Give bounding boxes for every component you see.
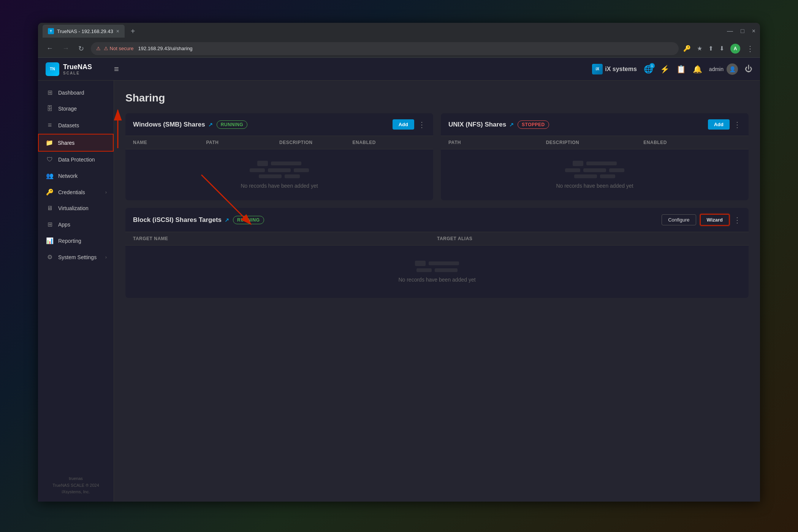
address-warning-text: ⚠ Not secure [104,46,133,51]
nfs-panel-actions: Add ⋮ [708,119,741,130]
smb-status-badge: RUNNING [217,120,248,129]
nfs-panel: UNIX (NFS) Shares ↗ STOPPED Add ⋮ Path [441,113,749,200]
smb-more-button[interactable]: ⋮ [418,120,426,129]
url-text: 192.168.29.43/ui/sharing [138,46,192,51]
power-button[interactable]: ⏻ [745,65,752,73]
dashboard-icon: ⊞ [46,89,54,96]
nfs-panel-title: UNIX (NFS) Shares ↗ [448,121,514,128]
iscsi-external-link-icon[interactable]: ↗ [225,217,229,223]
smb-empty-text: No records have been added yet [241,183,318,189]
nfs-external-link-icon[interactable]: ↗ [509,122,514,128]
nfs-empty-text: No records have been added yet [556,183,633,189]
credentials-chevron: › [105,190,107,195]
sidebar-item-virtualization[interactable]: 🖥 Virtualization [38,200,114,216]
forward-button[interactable]: → [60,43,71,54]
clipboard-button[interactable]: 📋 [676,65,686,74]
sidebar-label-network: Network [58,173,78,179]
iscsi-configure-button[interactable]: Configure [662,214,696,225]
sidebar-label-dashboard: Dashboard [58,90,84,96]
smb-panel-empty: No records have been added yet [125,149,433,200]
tasks-button[interactable]: ⚡ [660,65,670,74]
ix-systems-label: iX systems [605,66,637,73]
nfs-col-enabled: Enabled [643,140,741,145]
network-status-button[interactable]: 🌐 1 [644,65,653,74]
iscsi-panel-title: Block (iSCSI) Shares Targets ↗ [133,216,229,224]
sidebar-item-data-protection[interactable]: 🛡 Data Protection [38,152,114,168]
nfs-col-path: Path [448,140,546,145]
footer-hostname: truenas [44,475,108,482]
extension-icon[interactable]: ⬆ [708,45,713,52]
page-title: Sharing [125,92,749,104]
sidebar-label-apps: Apps [58,222,70,228]
smb-external-link-icon[interactable]: ↗ [208,122,213,128]
security-warning: ⚠ [96,46,101,51]
smb-panel-title: Windows (SMB) Shares ↗ [133,121,213,128]
iscsi-wizard-button[interactable]: Wizard [700,214,730,226]
address-bar-icons: 🔑 ★ ⬆ ⬇ A ⋮ [683,44,754,54]
browser-tab[interactable]: T TrueNAS - 192.168.29.43 × [43,25,125,38]
apps-icon: ⊞ [46,221,54,228]
iscsi-panel-empty: No records have been added yet [125,245,749,298]
nfs-more-button[interactable]: ⋮ [733,120,741,129]
admin-area[interactable]: admin 👤 [709,63,738,75]
iscsi-empty-text: No records have been added yet [398,277,475,283]
maximize-button[interactable]: □ [741,28,744,35]
shares-grid: Windows (SMB) Shares ↗ RUNNING Add ⋮ Nam… [125,113,749,200]
datasets-icon: ≡ [46,121,54,129]
nfs-skeleton [565,161,624,178]
admin-avatar: 👤 [727,63,738,75]
iscsi-status-badge: RUNNING [233,216,264,224]
nfs-add-button[interactable]: Add [708,119,730,130]
hamburger-button[interactable]: ≡ [114,64,119,74]
profile-avatar[interactable]: A [730,44,740,54]
nfs-panel-empty: No records have been added yet [441,149,749,200]
virtualization-icon: 🖥 [46,205,54,212]
sidebar-item-credentials[interactable]: 🔑 Credentials › [38,184,114,200]
back-button[interactable]: ← [44,43,55,54]
refresh-button[interactable]: ↻ [76,43,86,54]
sidebar-item-reporting[interactable]: 📊 Reporting [38,233,114,249]
iscsi-col-target-name: Target Name [133,236,437,241]
browser-window: T TrueNAS - 192.168.29.43 × + — □ × ← → … [38,23,760,502]
notifications-button[interactable]: 🔔 [693,65,702,74]
sidebar-item-storage[interactable]: 🗄 Storage [38,101,114,117]
new-tab-button[interactable]: + [128,27,138,36]
main-layout: ⊞ Dashboard 🗄 Storage ≡ Datasets 📁 Share… [38,81,760,502]
browser-menu-button[interactable]: ⋮ [746,44,754,53]
tab-close-button[interactable]: × [116,28,119,34]
sidebar-footer: truenas TrueNAS SCALE ® 2024 iXsystems, … [38,469,114,502]
iscsi-more-button[interactable]: ⋮ [733,215,741,225]
bookmark-icon[interactable]: ★ [697,45,702,52]
iscsi-col-target-alias: Target Alias [437,236,741,241]
smb-panel-header: Windows (SMB) Shares ↗ RUNNING Add ⋮ [125,113,433,136]
logo-icon: TN [46,62,59,76]
smb-col-enabled: Enabled [353,140,426,145]
topnav-right: iX iX systems 🌐 1 ⚡ 📋 🔔 admin 👤 ⏻ [592,63,752,75]
smb-panel: Windows (SMB) Shares ↗ RUNNING Add ⋮ Nam… [125,113,433,200]
shares-icon: 📁 [46,139,53,146]
sidebar-item-datasets[interactable]: ≡ Datasets [38,117,114,134]
app-topnav: TN TrueNAS SCALE ≡ iX iX systems 🌐 1 ⚡ 📋 [38,58,760,81]
sidebar-item-system-settings[interactable]: ⚙ System Settings › [38,249,114,265]
nfs-panel-header: UNIX (NFS) Shares ↗ STOPPED Add ⋮ [441,113,749,136]
key-icon[interactable]: 🔑 [683,45,691,52]
sidebar-item-dashboard[interactable]: ⊞ Dashboard [38,84,114,101]
sidebar-label-storage: Storage [58,106,77,112]
window-controls: — □ × [727,28,755,35]
address-field[interactable]: ⚠ ⚠ Not secure 192.168.29.43/ui/sharing [91,42,679,55]
tab-favicon: T [48,28,54,34]
sidebar-item-shares[interactable]: 📁 Shares [38,134,114,152]
minimize-button[interactable]: — [727,28,733,35]
sidebar-label-data-protection: Data Protection [58,157,95,163]
iscsi-table-header: Target Name Target Alias [125,232,749,245]
admin-label: admin [709,66,724,72]
smb-add-button[interactable]: Add [393,119,414,130]
close-button[interactable]: × [752,28,755,35]
smb-table-header: Name Path Description Enabled [125,136,433,149]
sidebar-item-network[interactable]: 👥 Network [38,168,114,184]
system-settings-icon: ⚙ [46,253,54,261]
sidebar-item-apps[interactable]: ⊞ Apps [38,216,114,233]
download-icon[interactable]: ⬇ [719,45,724,52]
tab-title: TrueNAS - 192.168.29.43 [57,28,113,34]
footer-company: iXsystems, Inc. [44,489,108,496]
